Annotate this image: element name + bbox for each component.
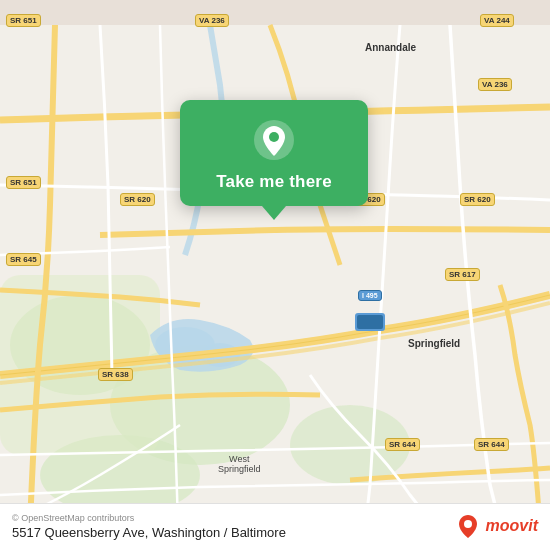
location-pin-icon xyxy=(252,118,296,162)
badge-sr644-2: SR 644 xyxy=(474,438,509,451)
badge-sr638: SR 638 xyxy=(98,368,133,381)
badge-va244-tr: VA 244 xyxy=(480,14,514,27)
badge-sr620-ml: SR 620 xyxy=(120,193,155,206)
address-text: 5517 Queensberry Ave, Washington / Balti… xyxy=(12,525,286,540)
place-west-springfield: WestSpringfield xyxy=(218,454,261,474)
svg-point-12 xyxy=(464,520,472,528)
copyright-text: © OpenStreetMap contributors xyxy=(12,513,286,523)
badge-va236-t: VA 236 xyxy=(195,14,229,27)
badge-sr645-l: SR 645 xyxy=(6,253,41,266)
place-annandale: Annandale xyxy=(365,42,416,53)
map-container: SR 651 VA 236 VA 244 VA 236 SR 651 SR 62… xyxy=(0,0,550,550)
badge-sr620-r2: SR 620 xyxy=(460,193,495,206)
moovit-text: moovit xyxy=(486,517,538,535)
place-springfield: Springfield xyxy=(408,338,460,349)
badge-sr644-1: SR 644 xyxy=(385,438,420,451)
badge-sr651-tl: SR 651 xyxy=(6,14,41,27)
moovit-pin-icon xyxy=(454,512,482,540)
bottom-left: © OpenStreetMap contributors 5517 Queens… xyxy=(12,513,286,540)
svg-point-11 xyxy=(269,132,279,142)
bottom-bar: © OpenStreetMap contributors 5517 Queens… xyxy=(0,503,550,550)
badge-i495: I 495 xyxy=(358,290,382,301)
popup-card[interactable]: Take me there xyxy=(180,100,368,206)
take-me-there-label: Take me there xyxy=(216,172,332,192)
badge-sr651-ml: SR 651 xyxy=(6,176,41,189)
badge-sr617-r: SR 617 xyxy=(445,268,480,281)
svg-rect-9 xyxy=(357,315,383,329)
badge-va236-r: VA 236 xyxy=(478,78,512,91)
moovit-logo: moovit xyxy=(454,512,538,540)
